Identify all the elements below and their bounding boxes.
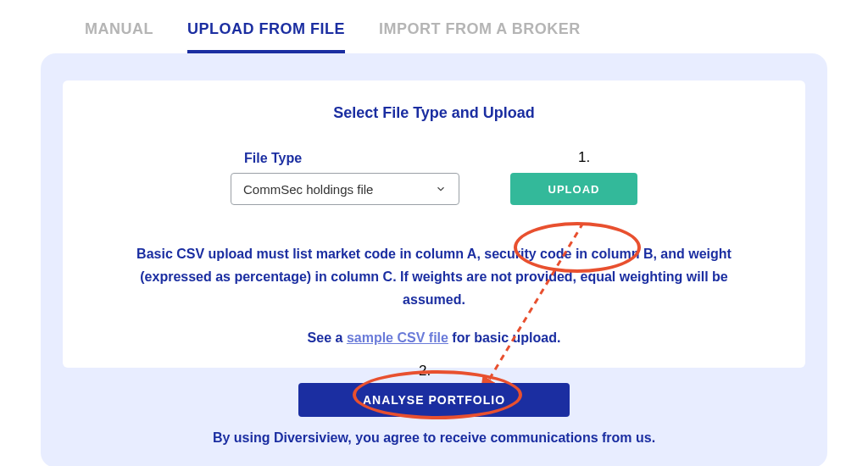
analyse-wrap: 2. ANALYSE PORTFOLIO [63, 383, 805, 417]
analyse-portfolio-button[interactable]: ANALYSE PORTFOLIO [298, 383, 570, 417]
disclaimer-text: By using Diversiview, you agree to recei… [63, 430, 805, 446]
chevron-down-icon [435, 183, 447, 195]
card-title: Select File Type and Upload [114, 104, 754, 122]
annotation-step-2: 2. [419, 363, 431, 380]
upload-button[interactable]: UPLOAD [510, 173, 637, 205]
sample-csv-link[interactable]: sample CSV file [347, 330, 448, 345]
annotation-step-1: 1. [578, 149, 590, 166]
upload-panel: Select File Type and Upload File Type Co… [41, 53, 827, 466]
upload-group: 1. UPLOAD [510, 173, 637, 205]
file-type-value: CommSec holdings file [243, 182, 373, 197]
form-row: File Type CommSec holdings file 1. UPLOA… [114, 151, 754, 205]
tab-manual[interactable]: MANUAL [85, 20, 153, 53]
sample-line: See a sample CSV file for basic upload. [114, 330, 754, 346]
file-type-group: File Type CommSec holdings file [231, 151, 459, 205]
tab-upload-from-file[interactable]: UPLOAD FROM FILE [187, 20, 345, 53]
tabs-bar: MANUAL UPLOAD FROM FILE IMPORT FROM A BR… [0, 0, 868, 53]
upload-instructions: Basic CSV upload must list market code i… [114, 242, 754, 312]
file-type-select[interactable]: CommSec holdings file [231, 173, 459, 205]
upload-card: Select File Type and Upload File Type Co… [63, 80, 805, 368]
file-type-label: File Type [244, 151, 302, 166]
sample-suffix: for basic upload. [448, 330, 560, 345]
tab-import-broker[interactable]: IMPORT FROM A BROKER [379, 20, 581, 53]
sample-prefix: See a [308, 330, 347, 345]
